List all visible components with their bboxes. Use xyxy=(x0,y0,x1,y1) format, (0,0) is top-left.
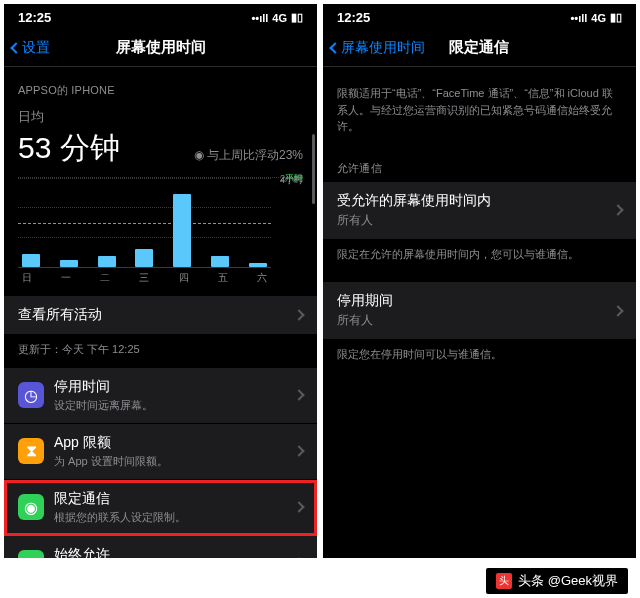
chevron-left-icon xyxy=(10,42,21,53)
status-bar: 12:25 ••ıll 4G ▮▯ xyxy=(4,4,317,29)
chart-bar xyxy=(135,249,153,267)
status-time: 12:25 xyxy=(337,10,370,25)
row-applimits[interactable]: ⧗App 限额为 App 设置时间限额。 xyxy=(4,424,317,480)
battery-icon: ▮▯ xyxy=(610,11,622,24)
avg-tick: 平均 xyxy=(285,172,303,185)
delta-arrow-icon: ◉ xyxy=(194,148,207,162)
section-label: 允许通信 xyxy=(323,145,636,182)
watermark-text: 头条 @Geek视界 xyxy=(518,572,618,590)
x-tick: 三 xyxy=(139,271,149,285)
chart-bar xyxy=(22,254,40,267)
back-button[interactable]: 屏幕使用时间 xyxy=(331,39,425,57)
row-subtitle: 根据您的联系人设定限制。 xyxy=(54,510,186,525)
row-title: App 限额 xyxy=(54,434,168,452)
row-always[interactable]: ✓始终允许选择始终可用的 App。 xyxy=(4,536,317,559)
updated-label: 更新于：今天 下午 12:25 xyxy=(4,335,317,368)
x-tick: 二 xyxy=(100,271,110,285)
row-title: 始终允许 xyxy=(54,546,165,559)
row-title: 停用期间 xyxy=(337,292,622,310)
back-button[interactable]: 设置 xyxy=(12,39,50,57)
signal-icon: ••ıll xyxy=(251,12,268,24)
chevron-right-icon xyxy=(293,445,304,456)
x-tick: 六 xyxy=(257,271,267,285)
chevron-right-icon xyxy=(293,389,304,400)
chart-bar xyxy=(173,194,191,267)
back-label: 设置 xyxy=(22,39,50,57)
person-circle-icon: ◉ xyxy=(18,494,44,520)
row-allowed-during-screentime[interactable]: 受允许的屏幕使用时间内 所有人 xyxy=(323,182,636,240)
row-value: 所有人 xyxy=(337,212,622,229)
row-title: 停用时间 xyxy=(54,378,153,396)
status-bar: 12:25 ••ıll 4G ▮▯ xyxy=(323,4,636,29)
signal-icon: ••ıll xyxy=(570,12,587,24)
see-all-label: 查看所有活动 xyxy=(18,306,102,324)
hourglass-icon: ⧗ xyxy=(18,438,44,464)
row-title: 受允许的屏幕使用时间内 xyxy=(337,192,622,210)
phone-right: 12:25 ••ıll 4G ▮▯ 屏幕使用时间 限定通信 限额适用于“电话”、… xyxy=(323,4,636,558)
row-subtitle: 为 App 设置时间限额。 xyxy=(54,454,168,469)
x-tick: 日 xyxy=(22,271,32,285)
chart-bar xyxy=(211,256,229,267)
section-footer: 限定在允许的屏幕使用时间内，您可以与谁通信。 xyxy=(323,240,636,273)
chart-bar xyxy=(60,260,78,267)
section-description: 限额适用于“电话”、“FaceTime 通话”、“信息”和 iCloud 联系人… xyxy=(323,67,636,145)
network-label: 4G xyxy=(591,12,606,24)
row-during-downtime[interactable]: 停用期间 所有人 xyxy=(323,282,636,340)
watermark-logo-icon: 头 xyxy=(496,573,512,589)
check-circle-icon: ✓ xyxy=(18,550,44,558)
phone-left: 12:25 ••ıll 4G ▮▯ 设置 屏幕使用时间 APPSO的 IPHON… xyxy=(4,4,317,558)
row-value: 所有人 xyxy=(337,312,622,329)
usage-summary[interactable]: 日均 53 分钟 ◉ 与上周比浮动23% 4小时 2小时 平均 日一二三四五六 xyxy=(4,104,317,295)
watermark: 头 头条 @Geek视界 xyxy=(486,568,628,594)
back-label: 屏幕使用时间 xyxy=(341,39,425,57)
nav-bar: 屏幕使用时间 限定通信 xyxy=(323,29,636,67)
x-tick: 一 xyxy=(61,271,71,285)
chevron-right-icon xyxy=(293,309,304,320)
clock-icon: ◷ xyxy=(18,382,44,408)
delta-label: ◉ 与上周比浮动23% xyxy=(194,147,303,164)
chevron-right-icon xyxy=(293,501,304,512)
network-label: 4G xyxy=(272,12,287,24)
row-downtime[interactable]: ◷停用时间设定时间远离屏幕。 xyxy=(4,368,317,424)
row-subtitle: 设定时间远离屏幕。 xyxy=(54,398,153,413)
chart-bar xyxy=(98,256,116,267)
chevron-left-icon xyxy=(329,42,340,53)
nav-bar: 设置 屏幕使用时间 xyxy=(4,29,317,67)
usage-chart: 4小时 2小时 平均 xyxy=(18,177,303,267)
chevron-right-icon xyxy=(293,557,304,558)
x-tick: 四 xyxy=(179,271,189,285)
battery-icon: ▮▯ xyxy=(291,11,303,24)
scroll-indicator[interactable] xyxy=(312,134,315,204)
chart-bar xyxy=(249,263,267,267)
row-comm[interactable]: ◉限定通信根据您的联系人设定限制。 xyxy=(4,480,317,536)
see-all-activity[interactable]: 查看所有活动 xyxy=(4,295,317,335)
row-title: 限定通信 xyxy=(54,490,186,508)
page-title: 屏幕使用时间 xyxy=(4,38,317,57)
page-title: 限定通信 xyxy=(449,38,509,57)
status-time: 12:25 xyxy=(18,10,51,25)
section-footer: 限定您在停用时间可以与谁通信。 xyxy=(323,340,636,373)
x-tick: 五 xyxy=(218,271,228,285)
device-label: APPSO的 IPHONE xyxy=(4,67,317,104)
avg-label: 日均 xyxy=(18,108,303,126)
